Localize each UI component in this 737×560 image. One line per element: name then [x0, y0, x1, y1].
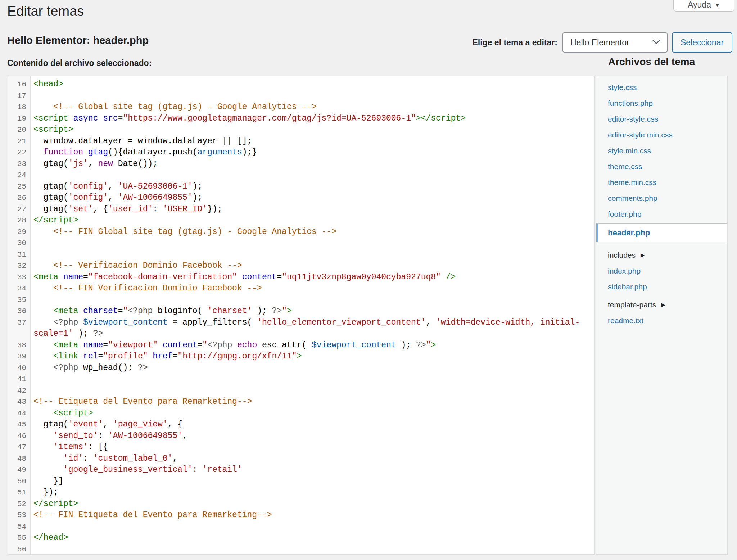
code-row: 40 <?php wp_head(); ?>	[8, 362, 594, 374]
line-number: 20	[8, 124, 31, 136]
code-line: gtag('js', new Date());	[31, 158, 594, 170]
line-number: 39	[8, 351, 31, 362]
code-line: gtag('config', 'AW-1006649855');	[31, 192, 594, 204]
line-number: 37	[8, 317, 31, 329]
line-number: 56	[8, 544, 31, 555]
file-content-label: Contenido del archivo seleccionado:	[7, 58, 152, 68]
file-item-footer.php[interactable]: footer.php	[608, 210, 641, 218]
code-line: }]	[31, 476, 594, 487]
line-number: 24	[8, 170, 31, 181]
code-row: 38 <meta name="viewport" content="<?php …	[8, 340, 594, 351]
select-theme-button[interactable]: Seleccionar	[672, 32, 732, 53]
line-number: 50	[8, 476, 31, 487]
code-line: function gtag(){dataLayer.push(arguments…	[31, 147, 594, 158]
code-row: 26 gtag('config', 'AW-1006649855');	[8, 192, 594, 204]
code-row: 37 <?php $viewport_content = apply_filte…	[8, 317, 594, 340]
code-row: 52</script>	[8, 498, 594, 510]
file-item-readme.txt[interactable]: readme.txt	[608, 316, 643, 325]
code-row: 18 <!-- Global site tag (gtag.js) - Goog…	[8, 101, 594, 113]
theme-files-heading: Archivos del tema	[608, 56, 695, 68]
line-number: 43	[8, 396, 31, 408]
code-row: 47 'items': [{	[8, 442, 594, 453]
line-number: 22	[8, 147, 31, 158]
file-item-sidebar.php[interactable]: sidebar.php	[608, 283, 647, 291]
code-line	[31, 294, 594, 306]
code-line: </script>	[31, 215, 594, 226]
line-number: 33	[8, 272, 31, 283]
theme-select-dropdown[interactable]: Hello Elementor	[562, 32, 668, 53]
code-line: window.dataLayer = window.dataLayer || […	[31, 136, 594, 147]
theme-files-panel: style.cssfunctions.phpeditor-style.cssed…	[596, 76, 728, 555]
code-row: 39 <link rel="profile" href="http://gmpg…	[8, 351, 594, 362]
file-row: style.min.css	[596, 143, 727, 159]
folder-item-includes[interactable]: includes▶	[596, 247, 727, 263]
current-file-heading: Hello Elementor: header.php	[7, 35, 149, 46]
code-line: </script>	[31, 498, 594, 510]
file-row: functions.php	[596, 95, 727, 111]
file-item-selected-header.php[interactable]: header.php	[596, 223, 727, 242]
file-row: sidebar.php	[596, 279, 727, 295]
code-row: 35	[8, 294, 594, 306]
line-number: 49	[8, 464, 31, 476]
file-row: theme.min.css	[596, 175, 727, 190]
line-number: 42	[8, 385, 31, 397]
code-row: 16<head>	[8, 79, 594, 90]
code-row: 29 <!-- FIN Global site tag (gtag.js) - …	[8, 226, 594, 238]
folder-expand-icon: ▶	[641, 252, 645, 258]
code-row: 31	[8, 249, 594, 261]
code-row: 54	[8, 521, 594, 533]
file-item-index.php[interactable]: index.php	[608, 267, 641, 275]
folder-item-template-parts[interactable]: template-parts▶	[596, 297, 727, 313]
line-number: 54	[8, 521, 31, 533]
page-title: Editar temas	[7, 4, 84, 19]
code-row: 44 <script>	[8, 408, 594, 419]
file-row: editor-style.css	[596, 111, 727, 127]
line-number: 44	[8, 408, 31, 419]
code-line	[31, 170, 594, 181]
code-row: 45 gtag('event', 'page_view', {	[8, 419, 594, 430]
code-line: 'items': [{	[31, 442, 594, 453]
code-row: 19<script async src="https://www.googlet…	[8, 113, 594, 125]
file-item-comments.php[interactable]: comments.php	[608, 194, 657, 203]
line-number: 19	[8, 113, 31, 125]
line-number: 51	[8, 487, 31, 498]
code-row: 36 <meta charset="<?php bloginfo( 'chars…	[8, 306, 594, 317]
help-button[interactable]: Ayuda ▼	[673, 0, 734, 12]
code-line	[31, 90, 594, 102]
file-item-style.min.css[interactable]: style.min.css	[608, 146, 651, 155]
code-row: 56	[8, 544, 594, 555]
line-number: 48	[8, 453, 31, 465]
line-number: 25	[8, 181, 31, 193]
file-item-editor-style.min.css[interactable]: editor-style.min.css	[608, 131, 673, 139]
code-row: 49 'google_business_vertical': 'retail'	[8, 464, 594, 476]
line-number: 46	[8, 430, 31, 442]
file-row: comments.php	[596, 190, 727, 206]
line-number: 47	[8, 442, 31, 453]
code-row: 22 function gtag(){dataLayer.push(argume…	[8, 147, 594, 158]
line-number: 18	[8, 101, 31, 113]
line-number: 16	[8, 79, 31, 90]
code-line: gtag('config', 'UA-52693006-1');	[31, 181, 594, 193]
code-line: gtag('event', 'page_view', {	[31, 419, 594, 430]
code-row: 48 'id': 'custom_label_0',	[8, 453, 594, 465]
line-number: 55	[8, 532, 31, 544]
theme-select-value: Hello Elementor	[570, 38, 652, 48]
code-line	[31, 544, 594, 555]
code-editor[interactable]: 16<head>1718 <!-- Global site tag (gtag.…	[8, 76, 595, 555]
code-line: <!-- FIN Verificacion Dominio Facebook -…	[31, 283, 594, 294]
line-number: 27	[8, 204, 31, 215]
code-row: 46 'send_to': 'AW-1006649855',	[8, 430, 594, 442]
file-item-theme.css[interactable]: theme.css	[608, 162, 642, 171]
file-row: readme.txt	[596, 313, 727, 329]
chevron-down-icon: ▼	[715, 0, 720, 10]
file-item-functions.php[interactable]: functions.php	[608, 99, 653, 108]
file-item-theme.min.css[interactable]: theme.min.css	[608, 178, 656, 187]
code-line: <script>	[31, 124, 594, 136]
code-row: 30	[8, 238, 594, 249]
file-item-editor-style.css[interactable]: editor-style.css	[608, 115, 658, 123]
line-number: 32	[8, 260, 31, 272]
code-line: <!-- Etiqueta del Evento para Remarketin…	[31, 396, 594, 408]
code-row: 43<!-- Etiqueta del Evento para Remarket…	[8, 396, 594, 408]
line-number: 53	[8, 510, 31, 521]
file-item-style.css[interactable]: style.css	[608, 83, 637, 92]
